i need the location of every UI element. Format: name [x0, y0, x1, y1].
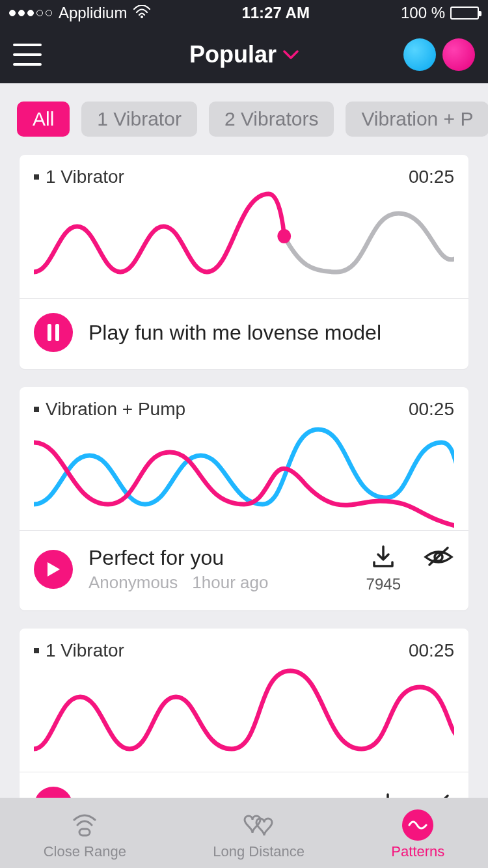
- menu-button[interactable]: [13, 44, 42, 66]
- carrier-label: Applidium: [59, 4, 127, 22]
- pattern-duration: 00:25: [409, 640, 454, 661]
- download-count: 7945: [366, 575, 401, 593]
- status-time: 11:27 AM: [150, 4, 401, 22]
- tab-label: Close Range: [44, 843, 126, 860]
- download-icon[interactable]: [370, 545, 396, 571]
- app-header: Popular: [0, 26, 488, 83]
- filter-chip-row[interactable]: All 1 Vibrator 2 Vibrators Vibration + P: [0, 83, 488, 155]
- waveform-preview: [34, 420, 454, 530]
- pattern-type: 1 Vibrator: [46, 167, 124, 187]
- tab-long-distance[interactable]: Long Distance: [213, 809, 305, 860]
- page-title[interactable]: Popular: [189, 41, 277, 68]
- close-range-icon: [68, 809, 102, 841]
- device-indicator-pink[interactable]: [442, 38, 475, 71]
- pattern-card[interactable]: Vibration + Pump 00:25 Perfect for you A…: [20, 387, 468, 610]
- battery-percent: 100 %: [401, 4, 445, 22]
- tab-label: Patterns: [391, 843, 444, 860]
- tab-patterns[interactable]: Patterns: [391, 809, 444, 860]
- svg-point-1: [277, 229, 291, 243]
- tab-label: Long Distance: [213, 843, 305, 860]
- pattern-list[interactable]: 1 Vibrator 00:25 Play fun with me lovens…: [0, 155, 488, 843]
- pattern-title: Play fun with me lovense model: [88, 321, 454, 345]
- battery-icon: [450, 7, 479, 20]
- patterns-icon: [402, 809, 433, 841]
- long-distance-icon: [241, 809, 277, 841]
- pattern-author: Anonymous: [88, 573, 178, 593]
- chip-1-vibrator[interactable]: 1 Vibrator: [81, 102, 197, 137]
- waveform-preview: [34, 661, 454, 772]
- chip-vibration-pump[interactable]: Vibration + P: [346, 102, 488, 137]
- svg-point-0: [141, 16, 143, 18]
- status-bar: Applidium 11:27 AM 100 %: [0, 0, 488, 26]
- device-indicator-blue[interactable]: [403, 38, 436, 71]
- pattern-title: Perfect for you: [88, 546, 351, 570]
- pattern-type: Vibration + Pump: [46, 399, 185, 420]
- chip-2-vibrators[interactable]: 2 Vibrators: [209, 102, 334, 137]
- waveform-preview: [34, 187, 454, 298]
- pattern-card[interactable]: 1 Vibrator 00:25 Play fun with me lovens…: [20, 155, 468, 369]
- pattern-age: 1hour ago: [192, 573, 268, 593]
- svg-rect-8: [79, 829, 90, 835]
- tab-bar: Close Range Long Distance Patterns: [0, 798, 488, 868]
- play-button[interactable]: [34, 550, 73, 589]
- wifi-icon: [133, 4, 150, 22]
- chevron-down-icon[interactable]: [283, 44, 299, 65]
- bullet-icon: [34, 174, 39, 180]
- pattern-duration: 00:25: [409, 167, 454, 187]
- bullet-icon: [34, 648, 39, 653]
- pause-button[interactable]: [34, 313, 73, 352]
- chip-all[interactable]: All: [17, 102, 70, 137]
- svg-rect-2: [47, 324, 51, 341]
- pattern-type: 1 Vibrator: [46, 640, 124, 661]
- tab-close-range[interactable]: Close Range: [44, 809, 126, 860]
- hide-icon[interactable]: [423, 545, 454, 571]
- bullet-icon: [34, 407, 39, 412]
- signal-strength-icon: [9, 10, 52, 16]
- svg-rect-3: [55, 324, 59, 341]
- pattern-duration: 00:25: [409, 399, 454, 420]
